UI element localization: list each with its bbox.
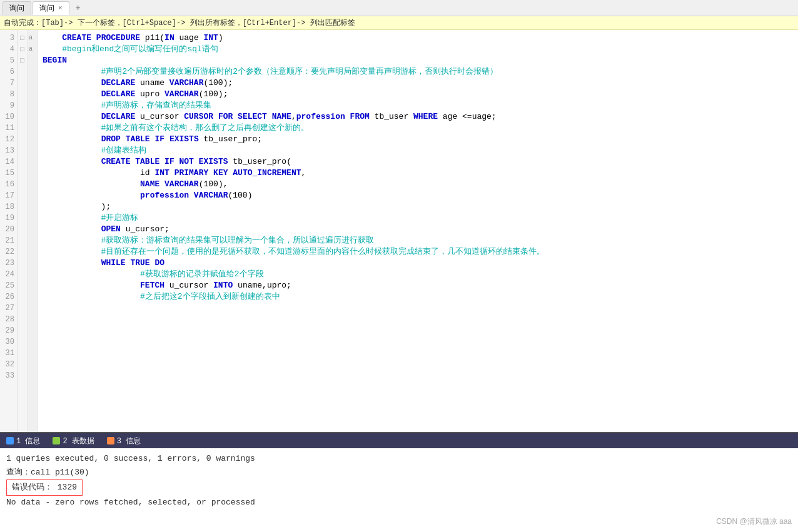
- table-row: profession VARCHAR(100): [43, 190, 793, 201]
- table-row: DROP TABLE IF EXISTS tb_user_pro;: [43, 134, 793, 145]
- table-row: DECLARE uname VARCHAR(100);: [43, 78, 793, 89]
- table-row: #声明2个局部变量接收遍历游标时的2个参数（注意顺序：要先声明局部变量再声明游标…: [43, 66, 793, 78]
- table-row: NAME VARCHAR(100),: [43, 179, 793, 190]
- code-lines[interactable]: CREATE PROCEDURE p11(IN uage INT) #begin…: [38, 30, 798, 432]
- fold-markers[interactable]: □□□: [18, 30, 28, 432]
- side-markers: aa: [28, 30, 38, 432]
- panel-output-line: 1 queries executed, 0 success, 1 errors,…: [6, 452, 792, 466]
- table-row: DECLARE upro VARCHAR(100);: [43, 89, 793, 100]
- table-row: id INT PRIMARY KEY AUTO_INCREMENT,: [43, 168, 793, 179]
- panel-tab-table-label: 2 表数据: [63, 436, 94, 446]
- tab-label-1: 询问: [9, 3, 24, 14]
- table-row: #获取游标的记录并赋值给2个字段: [43, 269, 793, 280]
- tab-bar: 询问 询问 × +: [0, 0, 798, 16]
- watermark: CSDN @清风微凉 aaa: [716, 516, 792, 527]
- panel-tab-msg[interactable]: 3 信息: [101, 433, 147, 448]
- hint-text: 自动完成：[Tab]-> 下一个标签，[Ctrl+Space]-> 列出所有标签…: [4, 18, 355, 28]
- table-row: #获取游标：游标查询的结果集可以理解为一个集合，所以通过遍历进行获取: [43, 235, 793, 246]
- autocomplete-hint-bar: 自动完成：[Tab]-> 下一个标签，[Ctrl+Space]-> 列出所有标签…: [0, 16, 798, 30]
- table-row: BEGIN: [43, 55, 793, 66]
- tab-label-2: 询问: [39, 3, 54, 14]
- table-row: #开启游标: [43, 213, 793, 224]
- msg-icon: [107, 437, 114, 444]
- tab-close-icon[interactable]: ×: [58, 4, 63, 12]
- table-row: #如果之前有这个表结构，那么删了之后再创建这个新的。: [43, 123, 793, 134]
- panel-tab-bar: 1 信息 2 表数据 3 信息: [0, 433, 798, 448]
- panel-tab-info-label: 1 信息: [16, 436, 40, 446]
- line-numbers: 3456789101112131415161718192021222324252…: [0, 30, 18, 432]
- panel-output-line: No data - zero rows fetched, selected, o…: [6, 496, 792, 509]
- info-icon: [6, 437, 14, 444]
- table-row: #之后把这2个字段插入到新创建的表中: [43, 291, 793, 303]
- table-row: #创建表结构: [43, 145, 793, 156]
- table-icon: [53, 437, 60, 444]
- panel-output: 1 queries executed, 0 success, 1 errors,…: [0, 448, 798, 532]
- table-row: #begin和end之间可以编写任何的sql语句: [43, 44, 793, 55]
- code-editor: 3456789101112131415161718192021222324252…: [0, 30, 798, 432]
- code-container: 3456789101112131415161718192021222324252…: [0, 30, 798, 432]
- tab-add-button[interactable]: +: [71, 2, 86, 14]
- table-row: FETCH u_cursor INTO uname,upro;: [43, 280, 793, 291]
- bottom-panel: 1 信息 2 表数据 3 信息 1 queries executed, 0 su…: [0, 432, 798, 532]
- panel-output-line: 错误代码： 1329: [6, 479, 792, 496]
- panel-tab-msg-label: 3 信息: [117, 436, 141, 446]
- table-row: CREATE TABLE IF NOT EXISTS tb_user_pro(: [43, 156, 793, 168]
- tab-query-1[interactable]: 询问: [3, 1, 31, 15]
- panel-tab-table[interactable]: 2 表数据: [46, 433, 100, 448]
- table-row: WHILE TRUE DO: [43, 258, 793, 269]
- tab-query-2[interactable]: 询问 ×: [33, 1, 69, 15]
- table-row: DECLARE u_cursor CURSOR FOR SELECT NAME,…: [43, 111, 793, 123]
- table-row: #目前还存在一个问题，使用的是死循环获取，不知道游标里面的内容什么时候获取完成结…: [43, 246, 793, 258]
- table-row: );: [43, 201, 793, 213]
- panel-output-line: 查询：call p11(30): [6, 466, 792, 479]
- table-row: CREATE PROCEDURE p11(IN uage INT): [43, 33, 793, 44]
- panel-tab-info[interactable]: 1 信息: [0, 433, 46, 448]
- error-code-box: 错误代码： 1329: [6, 479, 83, 496]
- table-row: OPEN u_cursor;: [43, 224, 793, 235]
- table-row: #声明游标，存储查询的结果集: [43, 100, 793, 111]
